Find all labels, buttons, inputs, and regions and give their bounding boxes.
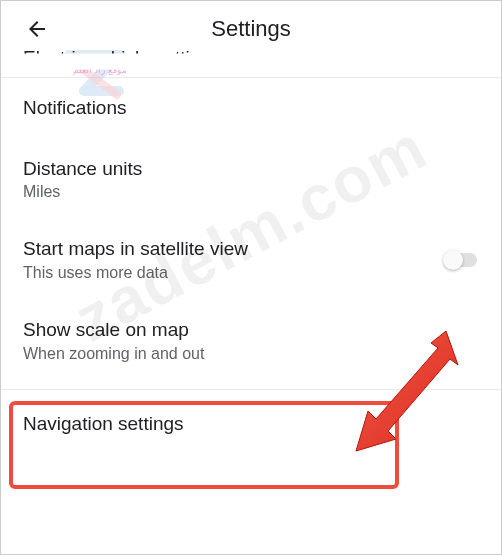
settings-list: Electric vehicle settings Notifications … [1, 47, 501, 454]
setting-title: Show scale on map [23, 318, 479, 343]
setting-item-satellite-view[interactable]: Start maps in satellite view This uses m… [1, 219, 501, 300]
back-button[interactable] [17, 9, 57, 49]
setting-title: Electric vehicle settings [23, 47, 479, 69]
setting-title: Notifications [23, 96, 479, 121]
setting-title: Navigation settings [23, 412, 479, 437]
setting-title: Start maps in satellite view [23, 237, 423, 262]
setting-item-navigation[interactable]: Navigation settings [1, 390, 501, 455]
setting-item-show-scale[interactable]: Show scale on map When zooming in and ou… [1, 300, 501, 381]
arrow-back-icon [25, 17, 49, 41]
setting-item-distance-units[interactable]: Distance units Miles [1, 139, 501, 220]
setting-title: Distance units [23, 157, 479, 182]
satellite-toggle[interactable] [443, 250, 479, 270]
setting-value: Miles [23, 183, 479, 201]
setting-item-electric-vehicle[interactable]: Electric vehicle settings [1, 47, 501, 69]
setting-subtitle: When zooming in and out [23, 345, 479, 363]
toggle-thumb [443, 250, 463, 270]
setting-item-notifications[interactable]: Notifications [1, 78, 501, 139]
page-title: Settings [211, 16, 291, 42]
setting-subtitle: This uses more data [23, 264, 423, 282]
